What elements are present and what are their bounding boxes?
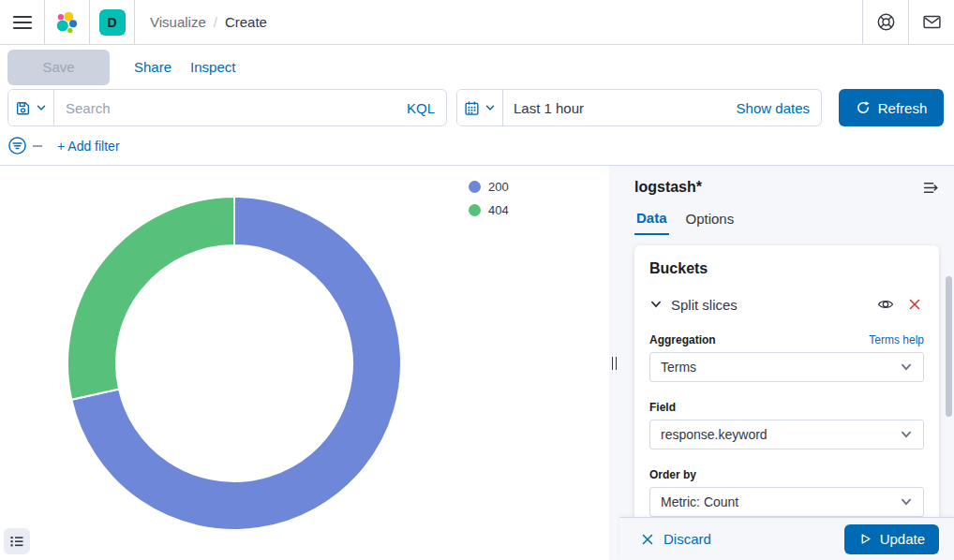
field-value: response.keyword bbox=[661, 427, 768, 442]
breadcrumb-separator: / bbox=[214, 14, 217, 30]
aggregation-select[interactable]: Terms bbox=[649, 352, 924, 382]
donut-chart[interactable] bbox=[0, 166, 609, 560]
query-language-button[interactable]: KQL bbox=[395, 90, 446, 125]
refresh-icon bbox=[856, 100, 871, 115]
remove-x-icon bbox=[907, 297, 922, 312]
legend-list-icon bbox=[9, 534, 24, 549]
menu-icon[interactable] bbox=[0, 0, 44, 44]
top-nav-header: D Visualize / Create bbox=[0, 0, 954, 45]
discard-x-icon bbox=[640, 532, 655, 547]
legend-item-404[interactable]: 404 bbox=[469, 202, 509, 217]
legend-dot-404 bbox=[469, 204, 481, 216]
share-button[interactable]: Share bbox=[134, 59, 171, 75]
inspect-button[interactable]: Inspect bbox=[190, 59, 235, 75]
remove-bucket-button[interactable] bbox=[905, 295, 924, 314]
save-button[interactable]: Save bbox=[7, 50, 110, 85]
breadcrumb-create: Create bbox=[225, 14, 267, 30]
visualization-chart-area: 200 404 bbox=[0, 166, 609, 560]
add-filter-button[interactable]: + Add filter bbox=[57, 139, 120, 154]
legend-toggle-button[interactable] bbox=[4, 528, 30, 554]
eye-icon bbox=[877, 296, 894, 313]
editor-tabs: Data Options bbox=[634, 210, 939, 235]
discard-button[interactable]: Discard bbox=[640, 531, 711, 547]
newsfeed-button[interactable] bbox=[909, 0, 954, 44]
collapse-panel-button[interactable] bbox=[923, 180, 939, 196]
legend-item-200[interactable]: 200 bbox=[469, 179, 509, 194]
split-slices-label: Split slices bbox=[671, 297, 738, 313]
date-quick-menu-button[interactable] bbox=[457, 90, 503, 125]
time-range-value[interactable]: Last 1 hour bbox=[503, 90, 725, 125]
content-region: 200 404 logstash* bbox=[0, 165, 954, 560]
legend-label-404: 404 bbox=[488, 203, 509, 217]
field-label-row: Field bbox=[649, 401, 924, 414]
elastic-logo-icon bbox=[55, 10, 80, 35]
tab-options[interactable]: Options bbox=[684, 210, 737, 235]
buckets-title: Buckets bbox=[649, 260, 924, 277]
split-slices-row: Split slices bbox=[649, 294, 924, 315]
aggregation-label: Aggregation bbox=[649, 333, 716, 346]
space-switcher: D bbox=[90, 0, 134, 44]
date-picker-group: Last 1 hour Show dates bbox=[456, 89, 822, 126]
visualize-toolbar: Save Share Inspect bbox=[0, 45, 954, 89]
chevron-down-icon bbox=[484, 102, 496, 113]
filter-icon bbox=[7, 136, 27, 155]
tab-data[interactable]: Data bbox=[634, 210, 669, 235]
order-by-select[interactable]: Metric: Count bbox=[649, 487, 924, 517]
space-badge[interactable]: D bbox=[99, 9, 126, 36]
breadcrumb-visualize[interactable]: Visualize bbox=[150, 14, 206, 30]
aggregation-value: Terms bbox=[661, 360, 696, 375]
donut-slice-404[interactable] bbox=[67, 197, 234, 400]
chevron-down-icon bbox=[36, 102, 47, 113]
saved-query-menu-button[interactable] bbox=[8, 90, 54, 125]
update-label: Update bbox=[880, 531, 925, 547]
hamburger-icon bbox=[11, 11, 34, 34]
editor-action-bar: Discard Update bbox=[619, 517, 954, 560]
breadcrumb: Visualize / Create bbox=[135, 0, 862, 44]
calendar-icon bbox=[464, 100, 480, 116]
visualization-editor-panel: logstash* Data Options Buckets Split sli… bbox=[619, 166, 954, 560]
collapse-bucket-button[interactable] bbox=[649, 298, 663, 311]
search-input[interactable] bbox=[54, 90, 395, 125]
play-icon bbox=[858, 532, 872, 546]
kibana-visualize-app: D Visualize / Create Save Share Inspect bbox=[0, 0, 954, 560]
search-group: KQL bbox=[7, 89, 447, 126]
refresh-label: Refresh bbox=[878, 100, 928, 116]
aggregation-label-row: Aggregation Terms help bbox=[649, 333, 924, 346]
field-select[interactable]: response.keyword bbox=[649, 420, 924, 449]
terms-help-link[interactable]: Terms help bbox=[869, 333, 924, 346]
chart-legend: 200 404 bbox=[469, 179, 509, 217]
order-by-label-row: Order by bbox=[649, 468, 924, 481]
legend-dot-200 bbox=[469, 181, 481, 193]
panel-header: logstash* bbox=[634, 179, 939, 196]
collapse-panel-icon bbox=[923, 180, 939, 196]
save-disk-icon bbox=[15, 100, 31, 116]
help-icon bbox=[876, 12, 896, 32]
panel-scrollbar[interactable] bbox=[946, 276, 952, 417]
order-by-value: Metric: Count bbox=[661, 494, 738, 509]
panel-resizer-handle[interactable] bbox=[609, 166, 619, 560]
field-label: Field bbox=[649, 401, 676, 414]
resizer-grip-icon bbox=[612, 357, 617, 370]
buckets-card: Buckets Split slices Aggregation bbox=[634, 245, 939, 560]
mail-icon bbox=[922, 12, 942, 32]
chevron-down-icon bbox=[900, 495, 913, 508]
filter-bar: + Add filter bbox=[0, 126, 954, 165]
elastic-logo[interactable] bbox=[45, 0, 89, 44]
update-button[interactable]: Update bbox=[844, 524, 939, 554]
refresh-button[interactable]: Refresh bbox=[839, 89, 944, 126]
chevron-down-icon bbox=[900, 361, 913, 374]
chevron-down-icon bbox=[649, 298, 663, 311]
legend-label-200: 200 bbox=[488, 180, 509, 194]
order-by-label: Order by bbox=[649, 468, 696, 481]
chevron-down-icon bbox=[900, 428, 913, 441]
show-dates-button[interactable]: Show dates bbox=[725, 90, 821, 125]
index-pattern-title: logstash* bbox=[634, 179, 702, 196]
filter-dash bbox=[33, 145, 42, 147]
discard-label: Discard bbox=[663, 531, 711, 547]
toggle-bucket-visibility-button[interactable] bbox=[875, 294, 896, 315]
query-bar: KQL Last 1 hour Show dates Refresh bbox=[7, 89, 944, 126]
help-button[interactable] bbox=[863, 0, 908, 44]
filter-menu-button[interactable] bbox=[7, 136, 27, 155]
